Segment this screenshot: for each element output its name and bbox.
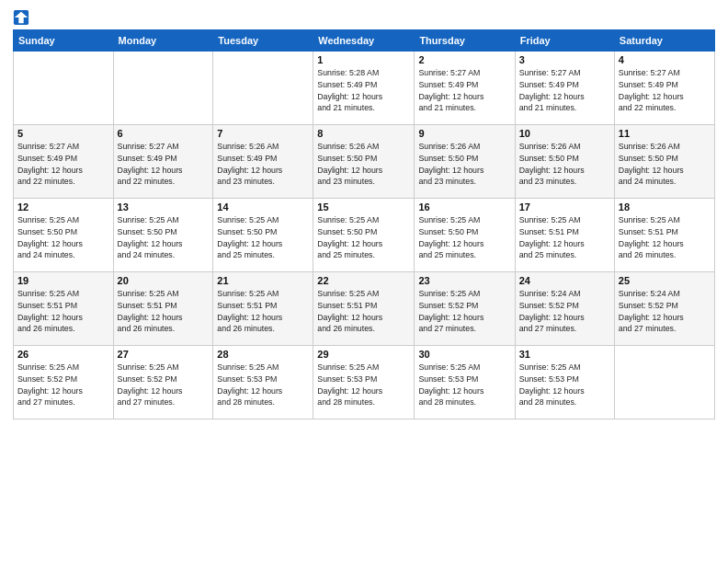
day-number: 14: [217, 201, 309, 213]
day-info: Sunrise: 5:25 AM Sunset: 5:50 PM Dayligh…: [17, 214, 109, 261]
day-info: Sunrise: 5:25 AM Sunset: 5:50 PM Dayligh…: [118, 214, 210, 261]
calendar-cell: [14, 52, 114, 125]
day-number: 12: [17, 201, 109, 213]
calendar-cell: [213, 52, 313, 125]
day-info: Sunrise: 5:25 AM Sunset: 5:52 PM Dayligh…: [118, 362, 210, 408]
day-info: Sunrise: 5:25 AM Sunset: 5:51 PM Dayligh…: [118, 288, 210, 335]
calendar-cell: 31Sunrise: 5:25 AM Sunset: 5:53 PM Dayli…: [515, 346, 614, 419]
day-number: 19: [17, 275, 109, 286]
week-row-4: 19Sunrise: 5:25 AM Sunset: 5:51 PM Dayli…: [14, 272, 715, 346]
calendar-cell: [614, 346, 714, 419]
day-info: Sunrise: 5:25 AM Sunset: 5:51 PM Dayligh…: [217, 288, 309, 335]
day-number: 6: [118, 128, 210, 139]
calendar-cell: 3Sunrise: 5:27 AM Sunset: 5:49 PM Daylig…: [515, 52, 614, 125]
day-header-sunday: Sunday: [14, 30, 114, 52]
day-info: Sunrise: 5:25 AM Sunset: 5:52 PM Dayligh…: [17, 362, 109, 408]
calendar-cell: 17Sunrise: 5:25 AM Sunset: 5:51 PM Dayli…: [515, 199, 614, 272]
calendar-cell: 26Sunrise: 5:25 AM Sunset: 5:52 PM Dayli…: [14, 346, 114, 419]
day-number: 27: [118, 349, 210, 360]
day-info: Sunrise: 5:25 AM Sunset: 5:53 PM Dayligh…: [418, 362, 510, 408]
calendar-cell: 5Sunrise: 5:27 AM Sunset: 5:49 PM Daylig…: [14, 125, 114, 199]
day-info: Sunrise: 5:26 AM Sunset: 5:50 PM Dayligh…: [418, 141, 510, 188]
calendar-cell: 7Sunrise: 5:26 AM Sunset: 5:49 PM Daylig…: [213, 125, 313, 199]
page-container: SundayMondayTuesdayWednesdayThursdayFrid…: [0, 0, 728, 427]
day-number: 17: [519, 201, 610, 213]
day-number: 16: [418, 201, 510, 213]
calendar-cell: 16Sunrise: 5:25 AM Sunset: 5:50 PM Dayli…: [415, 199, 515, 272]
day-info: Sunrise: 5:25 AM Sunset: 5:50 PM Dayligh…: [317, 214, 410, 261]
calendar-cell: 13Sunrise: 5:25 AM Sunset: 5:50 PM Dayli…: [113, 199, 213, 272]
day-number: 26: [17, 349, 109, 360]
calendar-cell: 27Sunrise: 5:25 AM Sunset: 5:52 PM Dayli…: [113, 346, 213, 419]
logo-icon: [13, 9, 29, 26]
calendar-cell: 14Sunrise: 5:25 AM Sunset: 5:50 PM Dayli…: [213, 199, 313, 272]
day-info: Sunrise: 5:24 AM Sunset: 5:52 PM Dayligh…: [619, 288, 711, 335]
calendar-cell: 15Sunrise: 5:25 AM Sunset: 5:50 PM Dayli…: [313, 199, 415, 272]
day-number: 11: [619, 128, 711, 139]
day-header-tuesday: Tuesday: [213, 30, 313, 52]
day-info: Sunrise: 5:25 AM Sunset: 5:53 PM Dayligh…: [317, 362, 410, 408]
calendar-cell: 24Sunrise: 5:24 AM Sunset: 5:52 PM Dayli…: [515, 272, 614, 346]
day-info: Sunrise: 5:27 AM Sunset: 5:49 PM Dayligh…: [619, 67, 711, 114]
day-info: Sunrise: 5:25 AM Sunset: 5:53 PM Dayligh…: [519, 362, 610, 408]
calendar-cell: 25Sunrise: 5:24 AM Sunset: 5:52 PM Dayli…: [614, 272, 714, 346]
day-number: 31: [519, 349, 610, 360]
day-info: Sunrise: 5:25 AM Sunset: 5:50 PM Dayligh…: [217, 214, 309, 261]
day-number: 21: [217, 275, 309, 286]
calendar-cell: 12Sunrise: 5:25 AM Sunset: 5:50 PM Dayli…: [14, 199, 114, 272]
day-number: 3: [519, 54, 610, 65]
calendar-table: SundayMondayTuesdayWednesdayThursdayFrid…: [13, 29, 715, 419]
day-info: Sunrise: 5:27 AM Sunset: 5:49 PM Dayligh…: [519, 67, 610, 114]
calendar-cell: 18Sunrise: 5:25 AM Sunset: 5:51 PM Dayli…: [614, 199, 714, 272]
day-info: Sunrise: 5:25 AM Sunset: 5:50 PM Dayligh…: [418, 214, 510, 261]
day-info: Sunrise: 5:28 AM Sunset: 5:49 PM Dayligh…: [317, 67, 410, 114]
day-number: 4: [619, 54, 711, 65]
day-number: 1: [317, 54, 410, 65]
calendar-cell: [113, 52, 213, 125]
day-info: Sunrise: 5:25 AM Sunset: 5:51 PM Dayligh…: [519, 214, 610, 261]
day-number: 9: [418, 128, 510, 139]
header: [13, 9, 715, 26]
week-row-3: 12Sunrise: 5:25 AM Sunset: 5:50 PM Dayli…: [14, 199, 715, 272]
calendar-cell: 11Sunrise: 5:26 AM Sunset: 5:50 PM Dayli…: [614, 125, 714, 199]
day-header-monday: Monday: [113, 30, 213, 52]
calendar-cell: 19Sunrise: 5:25 AM Sunset: 5:51 PM Dayli…: [14, 272, 114, 346]
day-number: 24: [519, 275, 610, 286]
day-header-friday: Friday: [515, 30, 614, 52]
day-number: 2: [418, 54, 510, 65]
calendar-cell: 20Sunrise: 5:25 AM Sunset: 5:51 PM Dayli…: [113, 272, 213, 346]
day-number: 8: [317, 128, 410, 139]
day-number: 7: [217, 128, 309, 139]
calendar-cell: 23Sunrise: 5:25 AM Sunset: 5:52 PM Dayli…: [415, 272, 515, 346]
calendar-cell: 4Sunrise: 5:27 AM Sunset: 5:49 PM Daylig…: [614, 52, 714, 125]
day-info: Sunrise: 5:26 AM Sunset: 5:50 PM Dayligh…: [519, 141, 610, 188]
calendar-header-row: SundayMondayTuesdayWednesdayThursdayFrid…: [14, 30, 715, 52]
day-number: 13: [118, 201, 210, 213]
day-info: Sunrise: 5:25 AM Sunset: 5:51 PM Dayligh…: [619, 214, 711, 261]
day-info: Sunrise: 5:25 AM Sunset: 5:51 PM Dayligh…: [17, 288, 109, 335]
day-header-thursday: Thursday: [415, 30, 515, 52]
day-number: 25: [619, 275, 711, 286]
day-number: 15: [317, 201, 410, 213]
calendar-cell: 21Sunrise: 5:25 AM Sunset: 5:51 PM Dayli…: [213, 272, 313, 346]
calendar-cell: 28Sunrise: 5:25 AM Sunset: 5:53 PM Dayli…: [213, 346, 313, 419]
day-info: Sunrise: 5:25 AM Sunset: 5:51 PM Dayligh…: [317, 288, 410, 335]
day-number: 29: [317, 349, 410, 360]
day-info: Sunrise: 5:27 AM Sunset: 5:49 PM Dayligh…: [418, 67, 510, 114]
day-info: Sunrise: 5:26 AM Sunset: 5:50 PM Dayligh…: [619, 141, 711, 188]
day-info: Sunrise: 5:27 AM Sunset: 5:49 PM Dayligh…: [118, 141, 210, 188]
week-row-1: 1Sunrise: 5:28 AM Sunset: 5:49 PM Daylig…: [14, 52, 715, 125]
day-header-saturday: Saturday: [614, 30, 714, 52]
day-number: 23: [418, 275, 510, 286]
calendar-cell: 2Sunrise: 5:27 AM Sunset: 5:49 PM Daylig…: [415, 52, 515, 125]
day-number: 28: [217, 349, 309, 360]
day-number: 18: [619, 201, 711, 213]
calendar-cell: 10Sunrise: 5:26 AM Sunset: 5:50 PM Dayli…: [515, 125, 614, 199]
day-info: Sunrise: 5:26 AM Sunset: 5:50 PM Dayligh…: [317, 141, 410, 188]
day-number: 30: [418, 349, 510, 360]
calendar-cell: 1Sunrise: 5:28 AM Sunset: 5:49 PM Daylig…: [313, 52, 415, 125]
day-number: 5: [17, 128, 109, 139]
day-header-wednesday: Wednesday: [313, 30, 415, 52]
calendar-cell: 29Sunrise: 5:25 AM Sunset: 5:53 PM Dayli…: [313, 346, 415, 419]
day-info: Sunrise: 5:27 AM Sunset: 5:49 PM Dayligh…: [17, 141, 109, 188]
